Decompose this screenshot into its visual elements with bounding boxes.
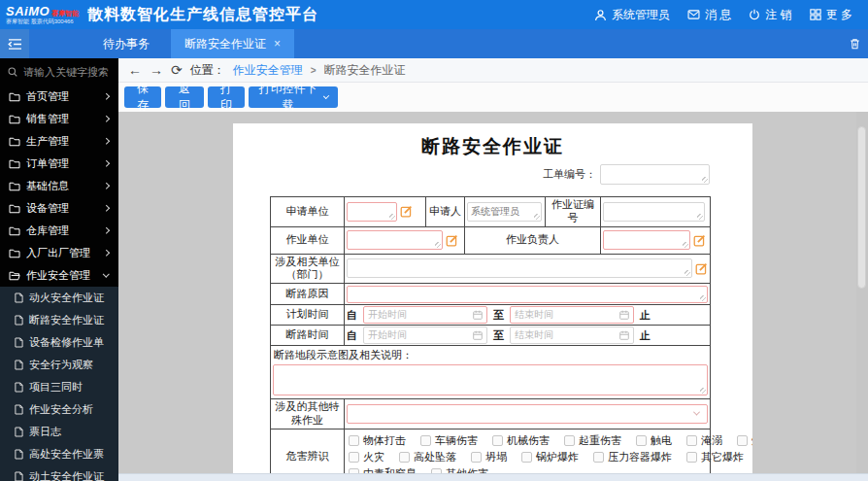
breadcrumb-parent-link[interactable]: 作业安全管理 (233, 62, 303, 79)
hazard-checkbox[interactable]: 锅炉爆炸 (521, 450, 579, 464)
search-input[interactable] (23, 66, 111, 78)
hazard-checkbox[interactable]: 坍塌 (471, 450, 507, 464)
work-unit-input[interactable] (347, 230, 443, 250)
print-control-download-button[interactable]: 打印控件下载 (249, 86, 338, 108)
nav-back-icon[interactable]: ← (128, 63, 142, 77)
diagram-input[interactable] (273, 364, 708, 395)
sidebar-subitem-maintenance-order[interactable]: 设备检修作业单 (0, 331, 118, 354)
applicant-input[interactable]: 系统管理员 (467, 202, 542, 222)
nav-forward-icon[interactable]: → (150, 63, 163, 77)
chevron-down-icon (693, 409, 700, 416)
logo-red-text: 赛摩智能 (51, 10, 79, 17)
back-button[interactable]: 返回 (165, 86, 204, 108)
open-folder-icon (9, 271, 20, 281)
close-tab-icon[interactable]: × (274, 38, 281, 50)
refresh-icon[interactable]: ⟳ (171, 63, 183, 77)
edit-icon[interactable] (400, 205, 413, 218)
related-units-input[interactable] (347, 258, 692, 278)
logout-button[interactable]: 注 销 (749, 7, 791, 23)
checkbox-icon (349, 435, 359, 446)
hazard-checkbox[interactable]: 中毒和窒息 (349, 466, 417, 474)
chevron-right-icon (103, 183, 109, 189)
print-button[interactable]: 打印 (208, 86, 245, 108)
hazard-checkbox[interactable]: 其他伤害 (431, 466, 488, 474)
plan-start-date-input[interactable]: 开始时间 (363, 306, 487, 324)
sidebar-item-gate[interactable]: 入厂出厂管理 (0, 242, 118, 264)
user-name: 系统管理员 (612, 7, 670, 23)
hazard-checkbox[interactable]: 机械伤害 (492, 433, 550, 448)
hazard-checkbox[interactable]: 触电 (636, 433, 672, 448)
user-menu[interactable]: 系统管理员 (594, 7, 670, 23)
breadcrumb-current: 断路安全作业证 (324, 62, 406, 79)
more-button[interactable]: 更 多 (810, 7, 852, 23)
apply-unit-input[interactable] (347, 202, 397, 222)
chevron-right-icon (103, 160, 109, 166)
sidebar-subitem-three-simultaneous[interactable]: 项目三同时 (0, 376, 118, 398)
hazard-checkbox[interactable]: 起重伤害 (564, 433, 621, 448)
breadcrumb-separator: > (311, 65, 317, 76)
work-leader-input[interactable] (603, 230, 690, 250)
power-icon (749, 9, 760, 20)
hazard-checkbox[interactable]: 灼烫 (737, 433, 752, 448)
edit-icon[interactable] (695, 262, 708, 275)
order-no-label: 工单编号： (543, 167, 596, 182)
sidebar-subitem-ticket-log[interactable]: 票日志 (0, 421, 118, 443)
sidebar-collapse-button[interactable] (0, 29, 29, 58)
order-no-input[interactable] (600, 164, 710, 185)
other-special-select[interactable] (347, 404, 708, 424)
hazard-checkbox[interactable]: 淹溺 (686, 433, 722, 448)
sidebar-item-production[interactable]: 生产管理 (0, 130, 118, 153)
edit-icon[interactable] (693, 234, 706, 247)
hazard-checkbox[interactable]: 火灾 (349, 450, 384, 464)
sidebar-subitem-earthwork-permit[interactable]: 动土安全作业证 (0, 465, 118, 481)
sidebar-item-basic-info[interactable]: 基础信息 (0, 175, 118, 197)
sidebar-subitem-circuit-break-permit[interactable]: 断路安全作业证 (0, 309, 118, 331)
clear-tabs-button[interactable] (842, 29, 868, 58)
sidebar: 首页管理 销售管理 生产管理 订单管理 基础信息 设备管理 仓库管理 入厂出厂管… (0, 58, 118, 481)
trash-icon (850, 38, 860, 50)
sidebar-subitem-behavior-observation[interactable]: 安全行为观察 (0, 354, 118, 376)
hazard-checkbox[interactable]: 压力容器爆炸 (593, 450, 672, 464)
messages-button[interactable]: 消 息 (687, 7, 731, 23)
tab-break-permit[interactable]: 断路安全作业证 × (171, 29, 294, 58)
tab-break-permit-label: 断路安全作业证 (184, 36, 266, 52)
hazard-checkbox[interactable]: 其它爆炸 (686, 450, 744, 464)
calendar-icon (619, 310, 629, 320)
hazard-checkbox[interactable]: 车辆伤害 (420, 433, 478, 448)
sidebar-item-sales[interactable]: 销售管理 (0, 108, 118, 130)
tab-todo[interactable]: 待办事务 (89, 29, 163, 58)
break-reason-input[interactable] (347, 286, 708, 303)
user-icon (594, 9, 607, 21)
checkbox-icon (349, 452, 359, 463)
checkbox-icon (636, 435, 647, 446)
chevron-right-icon (103, 138, 109, 144)
hazard-checkbox[interactable]: 物体打击 (349, 433, 406, 448)
document-icon (15, 471, 23, 481)
checkbox-icon (564, 435, 575, 446)
plan-end-date-input[interactable]: 结束时间 (510, 306, 634, 324)
sidebar-subitem-job-safety-analysis[interactable]: 作业安全分析 (0, 398, 118, 421)
sidebar-item-equipment[interactable]: 设备管理 (0, 197, 118, 220)
break-start-date-input[interactable]: 开始时间 (363, 326, 487, 344)
sidebar-item-warehouse[interactable]: 仓库管理 (0, 220, 118, 242)
edit-icon[interactable] (446, 234, 458, 247)
sidebar-item-home[interactable]: 首页管理 (0, 86, 118, 108)
vertical-scrollbar[interactable] (856, 112, 868, 473)
folder-icon (9, 92, 20, 102)
break-end-date-input[interactable]: 结束时间 (510, 326, 634, 344)
breadcrumb: ← → ⟳ 位置： 作业安全管理 > 断路安全作业证 (118, 58, 868, 83)
checkbox-icon (737, 435, 748, 446)
form-page: 断路安全作业证 工单编号： 申请单位 申请人 系统管理员 作业证编号 (233, 123, 752, 473)
app-header: SAiMO 赛摩智能 赛摩智能 股票代码300466 散料数智化生产线信息管控平… (0, 0, 868, 29)
sidebar-item-orders[interactable]: 订单管理 (0, 153, 118, 175)
scrollbar-thumb[interactable] (857, 126, 866, 289)
hazard-checkbox[interactable]: 高处坠落 (399, 450, 456, 464)
sidebar-search[interactable] (0, 58, 118, 86)
resize-grip[interactable] (702, 177, 708, 183)
save-button[interactable]: 保存 (124, 86, 161, 108)
sidebar-item-work-safety[interactable]: 作业安全管理 (0, 264, 118, 287)
sidebar-subitem-hot-work-permit[interactable]: 动火安全作业证 (0, 287, 118, 309)
horizontal-scrollbar[interactable] (118, 473, 868, 481)
sidebar-subitem-height-work-ticket[interactable]: 高处安全作业票 (0, 443, 118, 465)
permit-no-input[interactable] (603, 202, 705, 222)
